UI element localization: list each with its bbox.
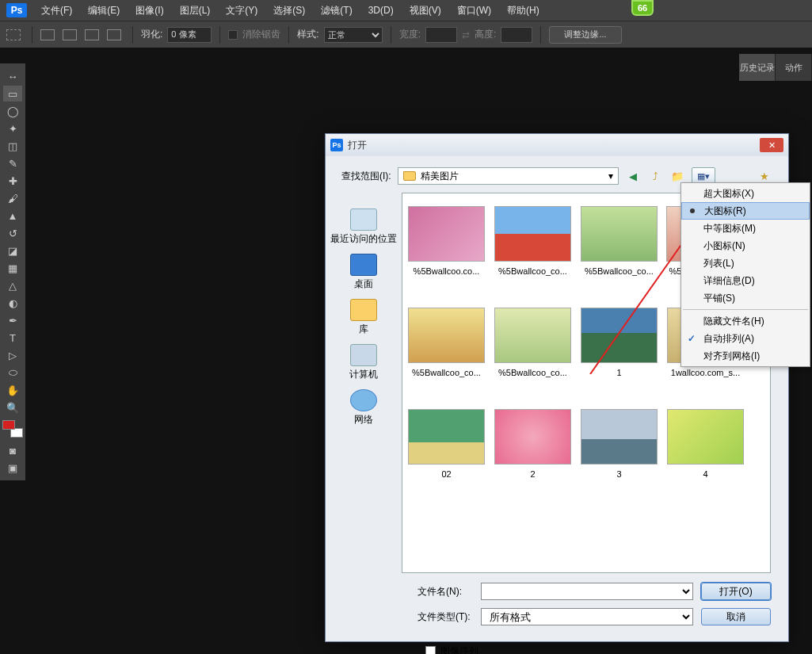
viewmode-menu: 超大图标(X) 大图标(R) 中等图标(M) 小图标(N) 列表(L) 详细信息… bbox=[680, 182, 810, 367]
menu-3d[interactable]: 3D(D) bbox=[360, 5, 402, 16]
brush-tool-icon[interactable]: 🖌 bbox=[3, 190, 22, 206]
app-logo: Ps bbox=[6, 3, 27, 17]
menu-image[interactable]: 图像(I) bbox=[128, 4, 171, 17]
viewmode-small[interactable]: 小图标(N) bbox=[681, 237, 810, 254]
menu-filter[interactable]: 滤镜(T) bbox=[313, 4, 360, 17]
dialog-titlebar: Ps 打开 ✕ bbox=[326, 134, 788, 156]
height-input bbox=[501, 27, 532, 43]
selection-add-icon[interactable] bbox=[63, 29, 77, 40]
width-label: 宽度: bbox=[399, 28, 421, 41]
open-button[interactable]: 打开(O) bbox=[701, 583, 771, 600]
file-item[interactable]: 2 bbox=[494, 409, 572, 479]
color-swatches[interactable] bbox=[2, 420, 23, 438]
feather-input[interactable] bbox=[167, 27, 212, 43]
shape-tool-icon[interactable]: ⬭ bbox=[3, 365, 22, 381]
menu-edit[interactable]: 编辑(E) bbox=[80, 4, 128, 17]
up-icon[interactable]: ⤴ bbox=[647, 168, 663, 184]
menu-select[interactable]: 选择(S) bbox=[265, 4, 313, 17]
file-item[interactable]: %5Bwallcoo.co... bbox=[407, 206, 486, 276]
dialog-title: 打开 bbox=[348, 139, 367, 152]
lookin-select[interactable]: 精美图片 ▾ bbox=[398, 167, 619, 185]
move-tool-icon[interactable]: ↔ bbox=[3, 68, 22, 84]
screenmode-icon[interactable]: ▣ bbox=[3, 460, 22, 476]
place-recent[interactable]: 最近访问的位置 bbox=[326, 208, 402, 246]
menu-type[interactable]: 文字(Y) bbox=[218, 4, 265, 17]
file-item[interactable]: 4 bbox=[666, 409, 745, 479]
blur-tool-icon[interactable]: △ bbox=[3, 277, 22, 293]
path-select-tool-icon[interactable]: ▷ bbox=[3, 347, 22, 363]
tab-actions[interactable]: 动作 bbox=[776, 54, 812, 81]
file-item[interactable]: %5Bwallcoo_co... bbox=[494, 308, 572, 377]
pen-tool-icon[interactable]: ✒ bbox=[3, 312, 22, 328]
close-button[interactable]: ✕ bbox=[760, 138, 783, 152]
lasso-tool-icon[interactable]: ◯ bbox=[3, 103, 22, 119]
marquee-tool-icon[interactable]: ▭ bbox=[3, 86, 22, 101]
viewmode-list[interactable]: 列表(L) bbox=[681, 254, 810, 272]
file-item[interactable]: %5Bwallcoo_co... bbox=[494, 206, 572, 276]
magic-wand-tool-icon[interactable]: ✦ bbox=[3, 120, 22, 136]
lookin-label: 查找范围(I): bbox=[341, 170, 391, 183]
tab-history[interactable]: 历史记录 bbox=[739, 54, 776, 81]
healing-tool-icon[interactable]: ✚ bbox=[3, 173, 22, 189]
viewmode-details[interactable]: 详细信息(D) bbox=[681, 272, 810, 289]
dialog-app-icon: Ps bbox=[330, 139, 343, 151]
place-libraries[interactable]: 库 bbox=[326, 299, 402, 336]
lookin-value: 精美图片 bbox=[421, 170, 459, 183]
refine-edge-button[interactable]: 调整边缘... bbox=[549, 26, 621, 44]
eyedropper-tool-icon[interactable]: ✎ bbox=[3, 155, 22, 171]
file-item[interactable]: 3 bbox=[580, 409, 658, 479]
menu-file[interactable]: 文件(F) bbox=[33, 4, 80, 17]
viewmode-tiles[interactable]: 平铺(S) bbox=[681, 289, 810, 307]
crop-tool-icon[interactable]: ◫ bbox=[3, 138, 22, 154]
place-desktop[interactable]: 桌面 bbox=[326, 254, 402, 291]
file-item[interactable]: %5Bwallcoo_co... bbox=[407, 308, 486, 377]
menu-view[interactable]: 视图(V) bbox=[402, 4, 449, 17]
menu-window[interactable]: 窗口(W) bbox=[449, 4, 499, 17]
filetype-label: 文件类型(T): bbox=[417, 610, 473, 624]
style-label: 样式: bbox=[297, 28, 318, 41]
menu-layer[interactable]: 图层(L) bbox=[172, 4, 219, 17]
filename-input[interactable] bbox=[481, 583, 693, 600]
viewmode-aligntogrid[interactable]: 对齐到网格(I) bbox=[681, 347, 810, 365]
file-item[interactable]: 1 bbox=[580, 308, 658, 377]
viewmode-large[interactable]: 大图标(R) bbox=[681, 202, 810, 220]
history-brush-tool-icon[interactable]: ↺ bbox=[3, 225, 22, 241]
image-sequence-checkbox[interactable] bbox=[425, 646, 436, 654]
favorites-icon[interactable]: ★ bbox=[757, 168, 772, 184]
folder-icon bbox=[403, 171, 416, 181]
quickmask-icon[interactable]: ◙ bbox=[3, 442, 22, 458]
antialias-checkbox bbox=[228, 30, 238, 40]
filetype-select[interactable]: 所有格式 bbox=[481, 608, 693, 625]
type-tool-icon[interactable]: T bbox=[3, 330, 22, 346]
menu-separator bbox=[683, 309, 808, 310]
marquee-tool-icon[interactable] bbox=[6, 29, 21, 40]
file-item[interactable]: %5Bwallcoo_co... bbox=[580, 206, 658, 276]
newfolder-icon[interactable]: 📁 bbox=[669, 168, 685, 184]
selection-intersect-icon[interactable] bbox=[107, 29, 121, 40]
dodge-tool-icon[interactable]: ◐ bbox=[3, 295, 22, 311]
download-progress-badge: 66 bbox=[631, 0, 654, 16]
filename-label: 文件名(N): bbox=[417, 585, 473, 599]
place-network[interactable]: 网络 bbox=[326, 389, 402, 426]
gradient-tool-icon[interactable]: ▦ bbox=[3, 260, 22, 276]
hand-tool-icon[interactable]: ✋ bbox=[3, 382, 22, 398]
menu-help[interactable]: 帮助(H) bbox=[499, 4, 547, 17]
cancel-button[interactable]: 取消 bbox=[701, 608, 771, 625]
height-label: 高度: bbox=[475, 28, 496, 41]
stamp-tool-icon[interactable]: ▲ bbox=[3, 208, 22, 224]
viewmode-autoarrange[interactable]: ✓自动排列(A) bbox=[681, 330, 810, 347]
back-icon[interactable]: ◀ bbox=[625, 168, 641, 184]
menubar: Ps 文件(F) 编辑(E) 图像(I) 图层(L) 文字(Y) 选择(S) 滤… bbox=[0, 0, 812, 21]
viewmode-hidefilenames[interactable]: 隐藏文件名(H) bbox=[681, 312, 810, 330]
eraser-tool-icon[interactable]: ◪ bbox=[3, 243, 22, 258]
viewmode-medium[interactable]: 中等图标(M) bbox=[681, 220, 810, 237]
selection-new-icon[interactable] bbox=[40, 29, 55, 40]
file-item[interactable]: 02 bbox=[407, 409, 486, 479]
antialias-label: 消除锯齿 bbox=[242, 28, 280, 41]
options-bar: 羽化: 消除锯齿 样式: 正常 宽度: ⇄ 高度: 调整边缘... bbox=[0, 21, 812, 48]
place-computer[interactable]: 计算机 bbox=[326, 344, 402, 381]
selection-subtract-icon[interactable] bbox=[85, 29, 99, 40]
style-select[interactable]: 正常 bbox=[324, 27, 383, 43]
viewmode-extralarge[interactable]: 超大图标(X) bbox=[681, 185, 810, 202]
zoom-tool-icon[interactable]: 🔍 bbox=[3, 400, 22, 415]
